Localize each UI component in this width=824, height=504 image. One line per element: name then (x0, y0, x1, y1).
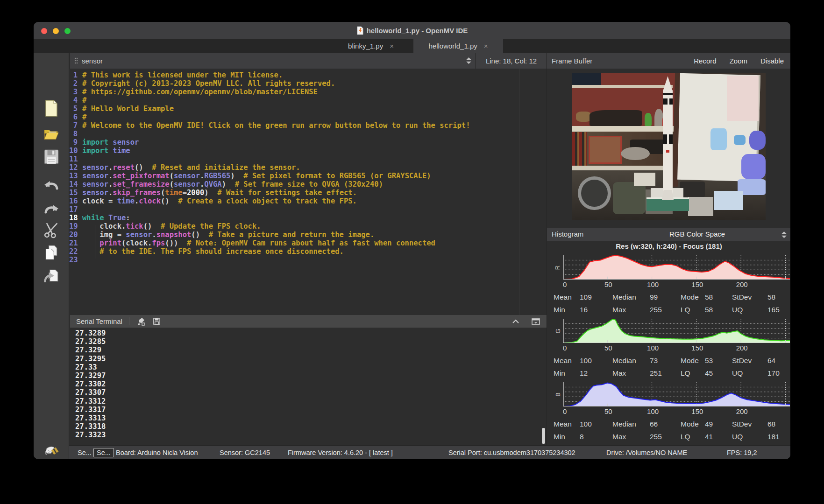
window-title: helloworld_1.py - OpenMV IDE (367, 27, 468, 35)
histogram-blocks: R050100150200Mean109Median99Mode58StDev5… (547, 254, 790, 445)
editor-scrollbar[interactable] (519, 69, 519, 315)
zoom-window-button[interactable] (64, 28, 71, 34)
app-icon (356, 26, 363, 35)
tab-close-icon[interactable]: × (390, 42, 394, 50)
code-line: 17 (69, 205, 547, 214)
code-line: 19 clock.tick() # Update the FPS clock. (69, 222, 547, 231)
drag-handle-icon[interactable] (74, 57, 78, 64)
copy-button[interactable] (43, 243, 60, 262)
stats-row-1: Mean109Median99Mode58StDev58 (547, 291, 790, 303)
code-line: 11 (69, 155, 547, 163)
code-line: 16clock = time.clock() # Create a clock … (69, 197, 547, 205)
code-line: 23 (69, 256, 547, 264)
undo-button[interactable] (43, 175, 60, 195)
code-line: 20 img = sensor.snapshot() # Take a pict… (69, 231, 547, 239)
detach-terminal-icon[interactable] (532, 318, 540, 325)
app-window: helloworld_1.py - OpenMV IDE blinky_1.py… (34, 22, 790, 459)
status-firmware[interactable]: Firmware Version: 4.6.20 - [ latest ] (288, 449, 393, 456)
rocket-model (662, 76, 674, 200)
code-line: 6# (69, 113, 547, 121)
code-line: 13sensor.set_pixformat(sensor.RGB565) # … (69, 172, 547, 180)
histogram-channel-r: R050100150200Mean109Median99Mode58StDev5… (547, 254, 790, 318)
symbol-dropdown[interactable]: sensor (82, 57, 103, 65)
status-sensor[interactable]: Sensor: GC2145 (220, 449, 270, 456)
code-lines: 1# This work is licensed under the MIT l… (69, 69, 547, 264)
code-line: 1# This work is licensed under the MIT l… (69, 71, 547, 79)
code-line: 2# Copyright (c) 2013-2023 OpenMV LLC. A… (69, 79, 547, 88)
open-file-button[interactable] (43, 125, 60, 144)
x-axis-labels: 050100150200 (564, 406, 790, 418)
save-file-button[interactable] (43, 147, 60, 167)
frame-buffer-header: Frame Buffer Record Zoom Disable (547, 53, 790, 69)
line-col-label: Line: 18, Col: 12 (486, 57, 537, 65)
code-line: 3# https://github.com/openmv/openmv/blob… (69, 88, 547, 96)
terminal-scrollbar-thumb[interactable] (542, 428, 545, 444)
editor-symbol-bar: sensor (69, 53, 476, 69)
status-toggle-2[interactable]: Se... (93, 448, 114, 457)
code-line: 7# Welcome to the OpenMV IDE! Click on t… (69, 121, 547, 130)
code-line: 22 # to the IDE. The FPS should increase… (69, 247, 547, 256)
serial-terminal-title: Serial Terminal (70, 317, 129, 325)
code-line: 21 print(clock.fps()) # Note: OpenMV Cam… (69, 239, 547, 247)
cut-button[interactable] (43, 220, 60, 240)
tab-label: helloworld_1.py (429, 42, 477, 50)
separator (129, 317, 129, 325)
x-axis-labels: 050100150200 (564, 343, 790, 354)
frame-buffer-image (572, 73, 766, 220)
right-panel: Histogram RGB Color Space Res (w:320, h:… (547, 69, 790, 445)
code-line: 10import time (69, 147, 547, 155)
indent-guide (95, 225, 95, 259)
stats-row-2: Min16Max255LQ58UQ165 (547, 303, 790, 316)
code-editor[interactable]: 1# This work is licensed under the MIT l… (69, 69, 547, 315)
traffic-lights (41, 28, 71, 34)
code-line: 9import sensor (69, 138, 547, 147)
serial-terminal-header: Serial Terminal (69, 315, 547, 328)
frame-buffer-title: Frame Buffer (552, 57, 592, 65)
new-file-button[interactable] (43, 98, 60, 118)
x-axis-labels: 050100150200 (564, 280, 790, 291)
color-space-dropdown[interactable]: RGB Color Space (669, 230, 725, 238)
title-bar: helloworld_1.py - OpenMV IDE (34, 22, 790, 39)
code-line: 18while True: (69, 214, 547, 222)
status-drive[interactable]: Drive: /Volumes/NO NAME (606, 449, 687, 456)
histogram-channel-g: G050100150200Mean100Median73Mode53StDev6… (547, 318, 790, 381)
tab-blinky[interactable]: blinky_1.py × (331, 39, 411, 53)
close-window-button[interactable] (41, 28, 47, 34)
code-line: 5# Hello World Example (69, 105, 547, 113)
histogram-title: Histogram (552, 230, 583, 238)
channel-axis-label: B (554, 392, 561, 397)
status-bar: Se... Se... Board: Arduino Nicla Vision … (69, 445, 790, 459)
tab-helloworld[interactable]: helloworld_1.py × (413, 39, 503, 53)
record-button[interactable]: Record (694, 57, 716, 65)
status-toggle-1[interactable]: Se... (78, 449, 92, 456)
save-terminal-button[interactable] (153, 317, 161, 325)
zoom-button[interactable]: Zoom (730, 57, 747, 65)
serial-terminal-output[interactable]: 27.328927.328527.32927.329527.3327.32972… (69, 328, 547, 445)
code-line: 8 (69, 130, 547, 138)
channel-axis-label: G (554, 329, 561, 333)
status-fps[interactable]: FPS: 19,2 (727, 449, 757, 456)
paste-button[interactable] (43, 266, 60, 286)
clear-terminal-button[interactable] (137, 317, 145, 326)
collapse-terminal-icon[interactable] (512, 319, 519, 324)
code-line: 15sensor.skip_frames(time=2000) # Wait f… (69, 189, 547, 197)
symbol-dropdown-arrows-icon[interactable] (466, 57, 472, 64)
code-line: 4# (69, 96, 547, 105)
toolbar-sidebar (34, 53, 69, 459)
code-line: 14sensor.set_framesize(sensor.QVGA) # Se… (69, 180, 547, 189)
disable-button[interactable]: Disable (760, 57, 784, 65)
stats-row-1: Mean100Median66Mode49StDev68 (547, 418, 790, 430)
code-line: 12sensor.reset() # Reset and initialize … (69, 163, 547, 172)
connect-button[interactable] (43, 441, 60, 459)
status-serial-port[interactable]: Serial Port: cu.usbmodem3170375234302 (448, 449, 575, 456)
cursor-position-indicator[interactable]: Line: 18, Col: 12 (476, 53, 547, 69)
stats-row-1: Mean100Median73Mode53StDev64 (547, 354, 790, 367)
color-space-arrows-icon[interactable] (781, 231, 787, 238)
minimize-window-button[interactable] (53, 28, 59, 34)
status-board[interactable]: Board: Arduino Nicla Vision (116, 449, 198, 456)
tab-bar: blinky_1.py × helloworld_1.py × (34, 39, 790, 53)
redo-button[interactable] (43, 199, 60, 219)
stats-row-2: Min8Max255LQ41UQ181 (547, 430, 790, 443)
histogram-channel-b: B050100150200Mean100Median66Mode49StDev6… (547, 381, 790, 445)
tab-close-icon[interactable]: × (484, 42, 488, 50)
